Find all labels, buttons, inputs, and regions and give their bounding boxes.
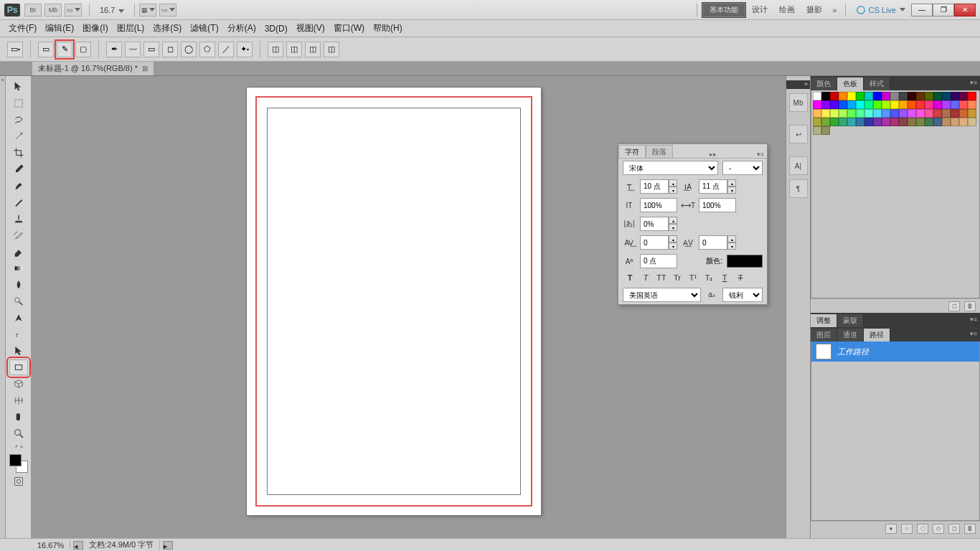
tool-preset[interactable]: ▭▾ — [7, 42, 23, 57]
paths-mode[interactable]: ✎ — [57, 42, 72, 57]
polygon-shape[interactable]: ⬠ — [199, 42, 215, 57]
small-caps[interactable]: Tr — [672, 273, 683, 283]
swatch[interactable] — [821, 92, 830, 100]
3d-camera-tool[interactable] — [9, 392, 28, 408]
color-picker[interactable] — [9, 454, 28, 473]
superscript[interactable]: T¹ — [687, 273, 699, 283]
kerning2-input[interactable] — [699, 235, 727, 250]
fill-pixels-mode[interactable]: ▢ — [75, 42, 91, 57]
hscroll-right[interactable]: ▸ — [163, 541, 173, 550]
baseline-shift-input[interactable] — [640, 254, 677, 268]
freeform-pen-icon[interactable]: 〰 — [125, 42, 141, 57]
swatch[interactable] — [959, 118, 968, 126]
leading-input[interactable] — [699, 179, 727, 194]
workspace-painting[interactable]: 绘画 — [773, 2, 801, 17]
fill-path-icon[interactable]: ● — [885, 524, 897, 534]
workspace-design[interactable]: 设计 — [746, 2, 773, 17]
swatch[interactable] — [908, 100, 916, 109]
character-panel-icon[interactable]: A| — [789, 156, 808, 175]
status-doc-info[interactable]: 文档:24.9M/0 字节 — [83, 540, 160, 550]
swatch[interactable] — [864, 109, 873, 118]
tab-adjustments[interactable]: 调整 — [811, 314, 837, 327]
rounded-rectangle-shape[interactable]: ◻ — [162, 42, 178, 57]
pen-tool-icon[interactable]: ✒ — [106, 42, 122, 57]
swatch[interactable] — [959, 100, 968, 109]
history-panel-icon[interactable]: ↩ — [789, 125, 808, 143]
type-tool[interactable]: T — [9, 326, 28, 342]
custom-shape[interactable]: ✦▾ — [237, 42, 253, 57]
swatch[interactable] — [933, 109, 942, 118]
strikethrough[interactable]: Ŧ — [735, 273, 746, 283]
menu-image[interactable]: 图像(I) — [78, 20, 112, 37]
swatch[interactable] — [942, 92, 951, 100]
gradient-tool[interactable] — [9, 260, 28, 276]
swatch[interactable] — [908, 118, 916, 126]
document-tab-close-icon[interactable]: ⊠ — [142, 65, 148, 72]
swatch[interactable] — [916, 109, 925, 118]
menu-file[interactable]: 文件(F) — [4, 20, 41, 37]
new-swatch-icon[interactable]: ◻ — [948, 301, 960, 311]
swatch[interactable] — [847, 109, 856, 118]
workspace-photography[interactable]: 摄影 — [801, 2, 828, 17]
path-item-work-path[interactable]: 工作路径 — [811, 342, 979, 362]
swatch[interactable] — [951, 109, 959, 118]
underline[interactable]: T — [719, 273, 730, 283]
path-combine-subtract[interactable]: ◫ — [286, 42, 302, 57]
kerning-input[interactable] — [640, 235, 669, 250]
swatch[interactable] — [856, 92, 864, 100]
swatch[interactable] — [882, 100, 890, 109]
tab-channels[interactable]: 通道 — [837, 329, 864, 342]
tab-color[interactable]: 颜色 — [811, 77, 837, 90]
foreground-color-swatch[interactable] — [9, 454, 22, 466]
new-path-icon[interactable]: ◻ — [948, 524, 960, 534]
swatch[interactable] — [864, 100, 873, 109]
cs-live-button[interactable]: CS Live — [856, 5, 905, 15]
window-maximize[interactable]: ❐ — [933, 4, 954, 17]
swatch[interactable] — [813, 92, 821, 100]
swatch[interactable] — [908, 92, 916, 100]
tab-swatches[interactable]: 色板 — [837, 77, 864, 90]
character-panel-menu-icon[interactable]: ▾≡ — [754, 151, 767, 158]
quick-mask-toggle[interactable] — [9, 474, 28, 489]
eraser-tool[interactable] — [9, 244, 28, 260]
swatch[interactable] — [873, 92, 882, 100]
panel-menu-icon[interactable]: ▾≡ — [969, 329, 979, 339]
faux-italic[interactable]: T — [640, 273, 651, 283]
swatch[interactable] — [899, 92, 908, 100]
tab-masks[interactable]: 蒙版 — [837, 314, 864, 327]
menu-filter[interactable]: 滤镜(T) — [186, 20, 222, 37]
swatch[interactable] — [942, 109, 951, 118]
swatch[interactable] — [882, 118, 890, 126]
swatch[interactable] — [821, 118, 830, 126]
swatch[interactable] — [847, 100, 856, 109]
tab-paths[interactable]: 路径 — [864, 329, 890, 342]
swatch[interactable] — [813, 118, 821, 126]
swatch[interactable] — [830, 100, 839, 109]
antialias-select[interactable]: 锐利 — [722, 288, 763, 302]
hand-tool[interactable] — [9, 409, 28, 425]
stroke-path-icon[interactable]: ○ — [901, 524, 913, 534]
swatch[interactable] — [882, 92, 890, 100]
text-color-swatch[interactable] — [727, 255, 763, 268]
swatch[interactable] — [821, 126, 830, 135]
3d-tool[interactable] — [9, 376, 28, 392]
expand-dock-icon[interactable]: » — [804, 80, 808, 89]
language-select[interactable]: 美国英语 — [623, 288, 701, 302]
dodge-tool[interactable] — [9, 293, 28, 309]
swatch[interactable] — [933, 92, 942, 100]
rectangle-tool[interactable] — [9, 359, 28, 375]
toolbox-collapse-strip[interactable]: » — [0, 76, 6, 538]
font-style-select[interactable]: - — [722, 161, 763, 175]
screen-mode-button[interactable]: ▭ — [65, 4, 82, 17]
swatch[interactable] — [839, 109, 847, 118]
swatch[interactable] — [916, 100, 925, 109]
swatch[interactable] — [968, 100, 976, 109]
magic-wand-tool[interactable] — [9, 128, 28, 144]
all-caps[interactable]: TT — [656, 273, 667, 283]
swatch[interactable] — [882, 109, 890, 118]
blur-tool[interactable] — [9, 277, 28, 293]
menu-window[interactable]: 窗口(W) — [329, 20, 369, 37]
path-selection-tool[interactable] — [9, 343, 28, 359]
rectangle-path[interactable] — [267, 108, 521, 495]
ellipse-shape[interactable]: ◯ — [181, 42, 197, 57]
